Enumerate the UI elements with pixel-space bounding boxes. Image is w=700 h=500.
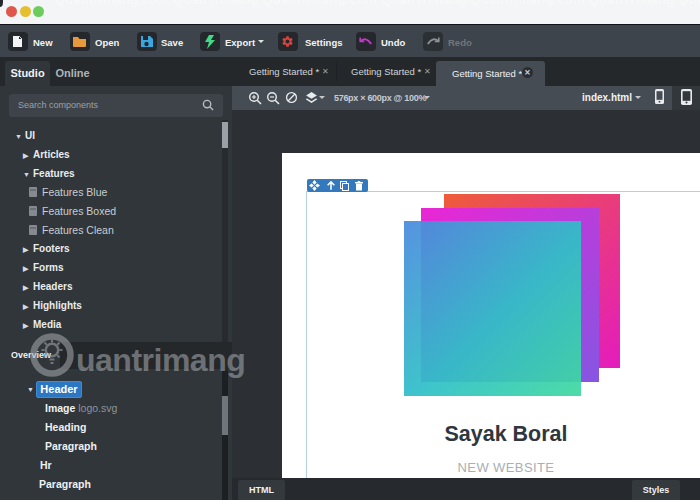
svg-text:uantrimang: uantrimang [76,342,245,378]
